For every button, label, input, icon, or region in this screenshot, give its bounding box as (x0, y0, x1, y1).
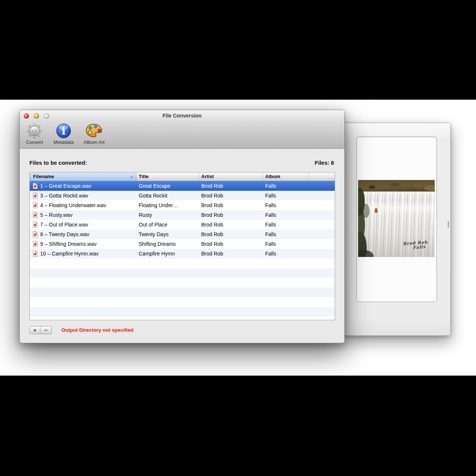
cell-filename-text: 9 – Shifting Dreams.wav (40, 239, 97, 249)
cell-artist: Brod Rob (199, 220, 263, 229)
column-header-artist-label: Artist (201, 174, 214, 179)
cell-filename: 1 – Great Escape.wav (30, 181, 136, 191)
cell-filename: 7 – Out of Place.wav (30, 220, 136, 229)
cell-album: Falls (263, 229, 309, 239)
table-row[interactable]: 4 – Floating Underwater.wav Floating Und… (30, 200, 335, 210)
cell-album: Falls (263, 191, 309, 200)
audio-file-icon (33, 251, 38, 257)
album-art-window[interactable]: Brod Rob Falls (342, 123, 451, 336)
add-remove-segmented-control: + − (29, 326, 52, 334)
table-row[interactable]: 9 – Shifting Dreams.wav Shifting Dreams … (30, 239, 335, 249)
column-header-album-label: Album (265, 174, 280, 179)
audio-file-icon (33, 222, 38, 228)
album-art-label: Album Art (84, 139, 104, 145)
column-header-extra[interactable] (309, 173, 335, 181)
column-header-title-label: Title (139, 174, 149, 179)
window-edge-handle[interactable] (448, 221, 449, 228)
album-art-well: Brod Rob Falls (356, 136, 437, 302)
cell-title: Shifting Dreams (136, 239, 199, 249)
cell-album: Falls (263, 220, 309, 229)
cell-album: Falls (263, 181, 309, 191)
cell-album: Falls (263, 200, 309, 210)
window-chrome: File Conversion (20, 110, 344, 149)
column-header-artist[interactable]: Artist (199, 173, 263, 181)
table-row[interactable]: 8 – Twenty Days.wav Twenty Days Brod Rob… (30, 229, 335, 239)
cell-filename: 3 – Gotta Rockit.wav (30, 191, 136, 200)
table-row[interactable]: 1 – Great Escape.wav Great Escape Brod R… (30, 181, 335, 191)
table-empty-area (30, 258, 335, 320)
cell-filename-text: 4 – Floating Underwater.wav (40, 200, 106, 210)
output-directory-status: Output Directory not specified (61, 327, 134, 333)
window-title: File Conversion (20, 113, 344, 119)
convert-label: Convert (26, 139, 43, 145)
cell-filename: 4 – Floating Underwater.wav (30, 200, 136, 210)
metadata-button[interactable]: i Metadata (49, 122, 78, 148)
cell-filename-text: 8 – Twenty Days.wav (40, 229, 89, 239)
palette-icon (85, 122, 103, 139)
cell-artist: Brod Rob (199, 229, 263, 239)
titlebar[interactable]: File Conversion (20, 110, 344, 121)
svg-text:i: i (62, 125, 65, 137)
table-header-row: Filename Title Artist Album (30, 173, 335, 181)
table-row[interactable]: 5 – Rusty.wav Rusty Brod Rob Falls (30, 210, 335, 220)
column-header-filename-label: Filename (33, 174, 54, 179)
cell-filename: 9 – Shifting Dreams.wav (30, 239, 136, 249)
files-to-convert-label: Files to be converted: (29, 160, 87, 166)
album-art-image: Brod Rob Falls (358, 180, 435, 257)
table-row[interactable]: 10 – Campfire Hymn.wav Campfire Hymn Bro… (30, 249, 335, 258)
cell-filename: 10 – Campfire Hymn.wav (30, 249, 136, 258)
cell-filename-text: 7 – Out of Place.wav (40, 220, 88, 229)
files-count: Files: 8 (315, 160, 334, 166)
audio-file-icon (33, 183, 38, 189)
gear-icon (27, 122, 42, 139)
cell-title: Great Escape (136, 181, 199, 191)
cell-filename-text: 3 – Gotta Rockit.wav (40, 191, 88, 200)
waterfall-climber (375, 208, 377, 212)
album-art-button[interactable]: Album Art (79, 122, 109, 148)
cell-artist: Brod Rob (199, 239, 263, 249)
audio-file-icon (33, 202, 38, 208)
cell-filename: 8 – Twenty Days.wav (30, 229, 136, 239)
cell-album: Falls (263, 210, 309, 220)
cell-filename-text: 5 – Rusty.wav (40, 210, 73, 220)
cell-album: Falls (263, 239, 309, 249)
cell-title: Campfire Hymn (136, 249, 199, 258)
column-header-album[interactable]: Album (263, 173, 309, 181)
metadata-label: Metadata (54, 139, 74, 145)
cell-filename-text: 1 – Great Escape.wav (40, 181, 91, 191)
cell-album: Falls (263, 249, 309, 258)
cell-title: Floating Under… (136, 200, 199, 210)
table-row[interactable]: 7 – Out of Place.wav Out of Place Brod R… (30, 220, 335, 229)
audio-file-icon (33, 231, 38, 237)
toolbar: Convert i Metadata (20, 121, 344, 148)
audio-file-icon (33, 241, 38, 247)
column-header-title[interactable]: Title (136, 173, 199, 181)
column-header-filename[interactable]: Filename (30, 173, 136, 181)
file-conversion-window: File Conversion (19, 110, 345, 343)
cell-title: Rusty (136, 210, 199, 220)
cell-artist: Brod Rob (199, 200, 263, 210)
cell-title: Out of Place (136, 220, 199, 229)
convert-button[interactable]: Convert (20, 122, 49, 148)
audio-file-icon (33, 212, 38, 218)
cell-artist: Brod Rob (199, 191, 263, 200)
cell-filename: 5 – Rusty.wav (30, 210, 136, 220)
cell-title: Gotta Rockit (136, 191, 199, 200)
remove-file-button[interactable]: − (41, 327, 51, 334)
window-content: Files to be converted: Files: 8 Filename… (20, 149, 344, 343)
sort-ascending-icon (130, 176, 134, 178)
files-table: Filename Title Artist Album (29, 172, 335, 320)
footer-controls: + − Output Directory not specified (29, 326, 134, 334)
cell-title: Twenty Days (136, 229, 199, 239)
add-file-button[interactable]: + (30, 327, 41, 334)
cell-artist: Brod Rob (199, 210, 263, 220)
audio-file-icon (33, 193, 38, 199)
cell-filename-text: 10 – Campfire Hymn.wav (40, 249, 99, 258)
cell-artist: Brod Rob (199, 181, 263, 191)
table-row[interactable]: 3 – Gotta Rockit.wav Gotta Rockit Brod R… (30, 191, 335, 200)
table-body: 1 – Great Escape.wav Great Escape Brod R… (30, 181, 335, 320)
cell-artist: Brod Rob (199, 249, 263, 258)
info-icon: i (56, 122, 71, 139)
